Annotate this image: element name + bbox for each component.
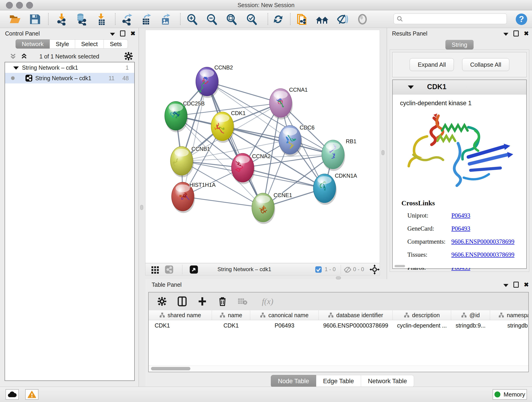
export-image-icon[interactable] bbox=[158, 12, 172, 26]
birds-eye-view-icon[interactable] bbox=[190, 265, 198, 274]
panel-collapse-icon[interactable] bbox=[503, 33, 508, 36]
network-node-CCNE1[interactable]: CCNE1 bbox=[252, 192, 292, 224]
network-share-view-icon[interactable] bbox=[165, 265, 173, 274]
tab-style[interactable]: Style bbox=[50, 39, 75, 49]
crosslink-link[interactable]: P06493 bbox=[451, 225, 470, 232]
crosslink-link[interactable]: P06493 bbox=[451, 212, 470, 219]
zoom-in-icon[interactable] bbox=[185, 12, 199, 26]
memory-label: Memory bbox=[504, 391, 525, 398]
column-header-namespace[interactable]: namespace bbox=[490, 310, 529, 320]
memory-button[interactable]: Memory bbox=[493, 389, 527, 400]
panel-close-icon[interactable]: ✖ bbox=[524, 31, 529, 36]
disclosure-triangle-icon[interactable] bbox=[408, 85, 414, 89]
show-columns-icon[interactable] bbox=[177, 296, 188, 307]
table-row[interactable]: CDK1CDK1P064939606.ENSP00000378699cyclin… bbox=[149, 320, 528, 331]
import-network-file-icon[interactable] bbox=[55, 12, 69, 26]
column-label: canonical name bbox=[268, 312, 308, 319]
tab-sets[interactable]: Sets bbox=[104, 39, 128, 49]
hide-selected-eye-icon[interactable] bbox=[336, 12, 349, 26]
search-field[interactable] bbox=[394, 13, 507, 24]
network-node-HIST1H1A[interactable]: HIST1H1A bbox=[172, 182, 215, 213]
cloud-icon bbox=[7, 391, 17, 398]
refresh-icon[interactable] bbox=[271, 12, 285, 26]
import-network-database-icon[interactable] bbox=[74, 12, 88, 26]
network-row[interactable]: String Network – cdk1 11 48 bbox=[5, 73, 134, 83]
column-label: namespace bbox=[507, 312, 529, 319]
tab-network-table[interactable]: Network Table bbox=[361, 375, 414, 387]
network-node-CCNB1[interactable]: CCNB1 bbox=[171, 146, 210, 177]
zoom-selected-icon[interactable] bbox=[245, 12, 259, 26]
network-canvas[interactable]: CCNB2CCNA1CDC25BCDK1CDC6RB1CCNB1CCNA2CDK… bbox=[145, 30, 380, 263]
panel-close-icon[interactable]: ✖ bbox=[130, 31, 135, 36]
network-options-gear-icon[interactable] bbox=[124, 51, 133, 61]
edge-CCNB2-CCNE1[interactable] bbox=[207, 82, 263, 208]
show-all-eye-icon[interactable] bbox=[355, 12, 369, 26]
fit-crosshair-icon[interactable] bbox=[370, 264, 380, 274]
table-hscrollbar[interactable] bbox=[149, 366, 528, 372]
panel-close-icon[interactable]: ✖ bbox=[524, 282, 529, 288]
results-panel-header: Results Panel ✖ bbox=[387, 28, 532, 39]
open-session-icon[interactable] bbox=[8, 12, 22, 26]
crosslink-row: Tissues:9606.ENSP00000378699 bbox=[407, 251, 522, 260]
node-result-title: CDK1 bbox=[427, 83, 446, 91]
export-network-icon[interactable] bbox=[120, 12, 134, 26]
panel-float-icon[interactable] bbox=[120, 31, 125, 36]
zoom-fit-icon[interactable] bbox=[225, 12, 238, 26]
column-header-description[interactable]: description bbox=[393, 310, 451, 320]
import-table-file-icon[interactable] bbox=[94, 12, 108, 26]
network-selection-status: 1 of 1 Network selected bbox=[0, 53, 139, 60]
collapse-all-button[interactable]: Collapse All bbox=[462, 58, 509, 71]
scrollbar-thumb[interactable] bbox=[151, 367, 190, 370]
network-node-CDC25B[interactable]: CDC25B bbox=[165, 100, 205, 132]
column-header-id[interactable]: @id bbox=[451, 310, 490, 320]
help-icon[interactable]: ? bbox=[515, 12, 528, 26]
crosslink-row: Uniprot:P06493 bbox=[407, 212, 522, 221]
column-header-sharedname[interactable]: shared name bbox=[149, 310, 212, 320]
tab-edge-table[interactable]: Edge Table bbox=[316, 375, 361, 387]
node-result-header[interactable]: CDK1 bbox=[393, 80, 526, 95]
network-node-CCNA1[interactable]: CCNA1 bbox=[269, 87, 308, 119]
column-header-databaseidentifier[interactable]: database identifier bbox=[319, 310, 393, 320]
network-view-toolbar: String Network – cdk1 1 - 0 0 - 0 bbox=[145, 263, 380, 275]
crosslink-link[interactable]: 9606.ENSP00000378699 bbox=[451, 238, 514, 245]
expand-all-button[interactable]: Expand All bbox=[410, 58, 454, 71]
tab-node-table[interactable]: Node Table bbox=[271, 375, 316, 387]
splitter-handle[interactable] bbox=[381, 150, 385, 155]
panel-float-icon[interactable] bbox=[513, 282, 519, 288]
home-icon[interactable] bbox=[315, 12, 329, 26]
hierarchy-icon bbox=[404, 313, 409, 318]
panel-collapse-icon[interactable] bbox=[110, 33, 115, 36]
hidden-eye-icon[interactable] bbox=[343, 266, 352, 274]
disclosure-triangle-icon[interactable] bbox=[13, 66, 19, 70]
tab-select[interactable]: Select bbox=[75, 39, 104, 49]
column-header-name[interactable]: name bbox=[212, 310, 250, 320]
search-input[interactable] bbox=[403, 15, 507, 22]
edge-CDK1-RB1[interactable] bbox=[222, 126, 333, 154]
selected-checkbox-icon[interactable] bbox=[315, 266, 322, 273]
column-header-canonicalname[interactable]: canonical name bbox=[250, 310, 319, 320]
cloud-status-button[interactable] bbox=[6, 389, 19, 400]
warning-status-button[interactable] bbox=[25, 389, 38, 400]
splitter-handle[interactable] bbox=[140, 205, 143, 210]
edge-CCNB2-HIST1H1A[interactable] bbox=[183, 82, 207, 197]
network-collection-row[interactable]: String Network – cdk1 1 bbox=[5, 62, 134, 73]
table-settings-gear-icon[interactable] bbox=[157, 296, 167, 307]
hidden-counts: 0 - 0 bbox=[353, 266, 364, 273]
splitter-handle[interactable] bbox=[336, 276, 341, 279]
grid-view-icon[interactable] bbox=[151, 265, 159, 274]
crosslink-link[interactable]: 9606.ENSP00000378699 bbox=[451, 251, 514, 258]
panel-collapse-icon[interactable] bbox=[503, 284, 508, 287]
clone-network-icon[interactable] bbox=[295, 12, 309, 26]
network-node-CDKN1A[interactable]: CDKN1A bbox=[313, 172, 357, 205]
results-hscrollbar[interactable] bbox=[393, 264, 526, 268]
protein-structure-image bbox=[399, 109, 523, 196]
zoom-out-icon[interactable] bbox=[205, 12, 219, 26]
add-column-icon[interactable] bbox=[197, 296, 208, 307]
network-node-RB1[interactable]: RB1 bbox=[322, 138, 356, 171]
delete-column-trash-icon[interactable] bbox=[217, 296, 228, 307]
save-session-icon[interactable] bbox=[28, 12, 42, 26]
panel-float-icon[interactable] bbox=[513, 31, 519, 36]
tab-network[interactable]: Network bbox=[16, 39, 50, 49]
export-table-icon[interactable] bbox=[139, 12, 153, 26]
results-tab-string[interactable]: String bbox=[445, 40, 474, 50]
